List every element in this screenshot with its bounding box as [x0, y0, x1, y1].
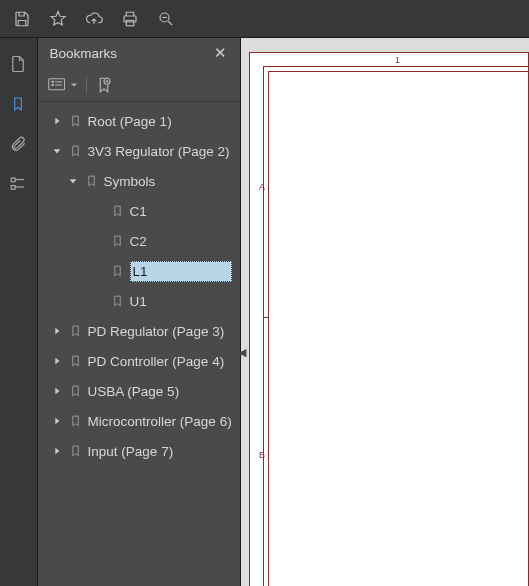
row-label-a: A	[259, 182, 265, 192]
row-label-b: B	[259, 450, 265, 460]
bookmarks-options-button[interactable]	[48, 77, 78, 93]
bookmark-icon	[68, 323, 84, 339]
add-bookmark-button[interactable]	[95, 75, 113, 95]
bookmark-icon	[110, 293, 126, 309]
chevron-right-icon[interactable]	[50, 416, 64, 426]
bookmark-label: Microcontroller (Page 6)	[88, 414, 232, 429]
bookmark-icon	[84, 173, 100, 189]
bookmark-label: Symbols	[104, 174, 156, 189]
panel-collapse-handle[interactable]: ◀	[238, 346, 248, 356]
svg-rect-5	[48, 78, 64, 89]
svg-point-7	[52, 84, 54, 86]
bookmark-icon	[68, 443, 84, 459]
bookmark-item[interactable]: 3V3 Regulator (Page 2)	[38, 136, 240, 166]
save-button[interactable]	[6, 4, 38, 34]
bookmark-icon	[68, 113, 84, 129]
sidebar-bookmarks-button[interactable]	[2, 88, 34, 120]
bookmark-label: L1	[131, 264, 148, 279]
column-label-1: 1	[395, 55, 400, 65]
sidebar-outline-button[interactable]	[2, 168, 34, 200]
bookmark-label: C1	[130, 204, 147, 219]
svg-rect-4	[12, 186, 16, 190]
bookmark-icon	[68, 413, 84, 429]
left-sidebar	[0, 38, 38, 586]
document-page: 1 A B	[249, 52, 529, 586]
panel-header: Bookmarks ✕	[38, 38, 240, 68]
toolbar-divider	[86, 76, 87, 94]
bookmark-label: 3V3 Regulator (Page 2)	[88, 144, 230, 159]
sidebar-document-button[interactable]	[2, 48, 34, 80]
sidebar-attachments-button[interactable]	[2, 128, 34, 160]
bookmark-item[interactable]: USBA (Page 5)	[38, 376, 240, 406]
bookmark-item[interactable]: Root (Page 1)	[38, 106, 240, 136]
top-toolbar	[0, 0, 529, 38]
bookmark-label: C2	[130, 234, 147, 249]
bookmark-icon	[110, 203, 126, 219]
bookmark-item[interactable]: U1	[38, 286, 240, 316]
panel-close-button[interactable]: ✕	[210, 43, 230, 63]
chevron-right-icon[interactable]	[50, 116, 64, 126]
chevron-right-icon[interactable]	[50, 356, 64, 366]
svg-rect-1	[126, 20, 134, 25]
bookmark-icon	[110, 263, 126, 279]
panel-toolbar	[38, 68, 240, 102]
bookmark-label: Root (Page 1)	[88, 114, 172, 129]
chevron-right-icon[interactable]	[50, 326, 64, 336]
bookmark-label: Input (Page 7)	[88, 444, 174, 459]
bookmark-item[interactable]: Symbols	[38, 166, 240, 196]
print-button[interactable]	[114, 4, 146, 34]
bookmark-item[interactable]: C1	[38, 196, 240, 226]
bookmark-item[interactable]: Microcontroller (Page 6)	[38, 406, 240, 436]
chevron-down-icon[interactable]	[50, 146, 64, 156]
bookmarks-tree[interactable]: Root (Page 1)3V3 Regulator (Page 2)Symbo…	[38, 102, 240, 586]
bookmark-label: U1	[130, 294, 147, 309]
bookmark-item[interactable]: L1	[38, 256, 240, 286]
bookmark-label: PD Regulator (Page 3)	[88, 324, 225, 339]
zoom-button[interactable]	[150, 4, 182, 34]
bookmark-icon	[68, 143, 84, 159]
bookmarks-panel: Bookmarks ✕ Root (Page 1)3V3 Regulator (…	[38, 38, 241, 586]
bookmark-icon	[68, 383, 84, 399]
bookmark-icon	[68, 353, 84, 369]
svg-point-6	[52, 81, 54, 83]
chevron-right-icon[interactable]	[50, 386, 64, 396]
chevron-right-icon[interactable]	[50, 446, 64, 456]
bookmark-label: USBA (Page 5)	[88, 384, 180, 399]
document-viewport[interactable]: ◀ 1 A B	[241, 38, 529, 586]
bookmark-label: PD Controller (Page 4)	[88, 354, 225, 369]
bookmark-item[interactable]: PD Controller (Page 4)	[38, 346, 240, 376]
bookmark-item[interactable]: C2	[38, 226, 240, 256]
chevron-down-icon[interactable]	[66, 176, 80, 186]
main-area: Bookmarks ✕ Root (Page 1)3V3 Regulator (…	[0, 38, 529, 586]
cloud-upload-button[interactable]	[78, 4, 110, 34]
panel-title: Bookmarks	[50, 46, 118, 61]
svg-rect-3	[12, 178, 16, 182]
favorite-button[interactable]	[42, 4, 74, 34]
bookmark-item[interactable]: PD Regulator (Page 3)	[38, 316, 240, 346]
bookmark-item[interactable]: Input (Page 7)	[38, 436, 240, 466]
bookmark-icon	[110, 233, 126, 249]
